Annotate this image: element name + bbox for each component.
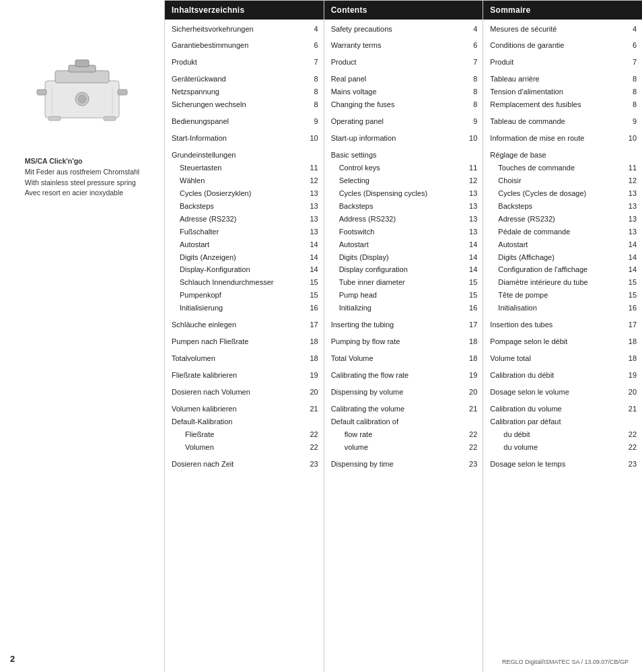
product-desc1: Mit Feder aus rostfreiem Chromstahl	[25, 168, 139, 176]
toc-col-en: Contents Safety precautions4Warranty ter…	[324, 1, 484, 672]
toc-entry-text: Calibration du volume	[490, 404, 626, 415]
toc-entry-page: 22	[308, 430, 318, 440]
svg-rect-1	[55, 71, 109, 83]
toc-entry: flow rate22	[331, 428, 478, 441]
toc-entry: Calibration du volume21	[490, 403, 637, 415]
toc-entry: Product7	[331, 57, 478, 69]
toc-entry-page: 8	[626, 74, 637, 85]
toc-entry-page: 18	[466, 337, 477, 347]
toc-entry: Cycles (Cycles de dosage)13	[490, 187, 637, 200]
toc-entry-page: 10	[626, 133, 637, 144]
toc-entry: Totalvolumen18	[172, 353, 318, 366]
page-number: 2	[10, 654, 15, 664]
toc-entry-page: 13	[626, 214, 637, 225]
toc-entry-text: Pumping by flow rate	[331, 337, 467, 347]
toc-entry-text: Touches de commande	[498, 163, 626, 174]
toc-entry-text: Default-Kalibration	[172, 417, 308, 428]
toc-entry-text: Backsteps	[498, 201, 626, 212]
toc-entry: Autostart14	[172, 238, 318, 251]
toc-entry-text: Digits (Affichage)	[498, 253, 626, 263]
product-image	[28, 40, 136, 148]
toc-entry-text: Start-up information	[331, 133, 467, 144]
toc-entry-text: Tension d'alimentation	[490, 87, 626, 98]
toc-entry-page: 15	[466, 290, 477, 301]
toc-entry-text: Conditions de garantie	[490, 40, 626, 51]
toc-entry-text: Fließrate kalibrieren	[172, 370, 308, 381]
toc-entry-text: Total Volume	[331, 354, 467, 364]
toc-entry-page: 23	[626, 459, 637, 470]
toc-entry-text: Default calibration of	[331, 417, 467, 428]
toc-entry-page: 18	[626, 354, 637, 364]
toc-entry: Garantiebestimmungen6	[172, 40, 318, 53]
col-header-fr: Sommaire	[483, 1, 642, 20]
toc-entry-page: 9	[308, 116, 318, 127]
svg-rect-9	[104, 116, 116, 121]
toc-entry-page: 6	[308, 40, 318, 51]
toc-entry: volume22	[331, 441, 478, 454]
toc-entry: Tableau de commande9	[490, 116, 637, 129]
svg-point-7	[78, 95, 86, 103]
toc-entry-text: Volume total	[490, 354, 626, 364]
toc-entry: Adresse (RS232)13	[172, 213, 318, 226]
toc-entry-page: 19	[308, 370, 318, 381]
toc-entry-page: 9	[466, 116, 477, 127]
left-panel: MS/CA Click'n'go Mit Feder aus rostfreie…	[0, 0, 165, 672]
toc-entry-page: 4	[626, 24, 637, 35]
toc-entry-page: 6	[466, 40, 477, 51]
toc-entry-text: Digits (Display)	[339, 253, 467, 263]
toc-entry-page: 18	[308, 337, 318, 347]
toc-entry-text: Dosage selon le temps	[490, 459, 626, 470]
toc-entry-text: flow rate	[345, 430, 467, 440]
toc-entry: Initialisation16	[490, 302, 637, 315]
toc-entry-text: Mains voltage	[331, 87, 467, 98]
toc-entry-text: Adresse (RS232)	[180, 214, 308, 225]
toc-entry-page: 16	[466, 303, 477, 314]
toc-entry: Basic settings	[331, 149, 478, 162]
toc-entry-text: Netzspannung	[172, 87, 308, 98]
toc-entry: Selecting12	[331, 174, 478, 187]
toc-entry-page: 14	[626, 240, 637, 250]
toc-entry: Total Volume18	[331, 353, 478, 366]
toc-entry: Diamètre intérieure du tube15	[490, 277, 637, 290]
toc-entry: Address (RS232)13	[331, 213, 478, 226]
toc-entry: Cycles (Dosierzyklen)13	[172, 187, 318, 200]
toc-entry-text: Garantiebestimmungen	[172, 40, 308, 51]
col-header-de: Inhaltsverzeichnis	[165, 1, 324, 20]
toc-entry-text: Fußschalter	[180, 227, 308, 238]
toc-entry-page: 21	[308, 404, 318, 415]
toc-entry: Safety precautions4	[331, 23, 478, 36]
toc-entry: Pump head15	[331, 290, 478, 302]
toc-entry-page: 7	[466, 57, 477, 68]
toc-entry-page: 4	[466, 24, 477, 35]
toc-entry-text: Pump head	[339, 290, 467, 301]
toc-entry-page: 13	[466, 201, 477, 212]
toc-col-fr: Sommaire Mesures de sécurité4Conditions …	[483, 1, 642, 672]
toc-entry-text: Diamètre intérieure du tube	[498, 277, 626, 288]
toc-entry-text: Initializing	[339, 303, 467, 314]
pump-illustration	[32, 51, 133, 138]
toc-entry-text: Autostart	[180, 240, 308, 250]
toc-entry-page: 15	[626, 277, 637, 288]
toc-entry-page: 13	[308, 189, 318, 199]
toc-entry-page: 22	[466, 430, 477, 440]
svg-rect-3	[118, 90, 127, 95]
toc-entry-text: Configuration de l'affichage	[498, 265, 626, 275]
toc-entry-text: Display configuration	[339, 265, 467, 275]
toc-entry-text: Address (RS232)	[339, 214, 467, 225]
toc-entry-page: 8	[626, 100, 637, 110]
toc-entry-text: Wählen	[180, 176, 308, 187]
toc-entry: Tableau arrière8	[490, 73, 637, 86]
toc-entry-text: Adresse (RS232)	[498, 214, 626, 225]
toc-entry: du volume22	[490, 441, 637, 454]
toc-entry-page: 8	[308, 87, 318, 98]
toc-entry-page: 15	[466, 277, 477, 288]
toc-entry-page: 14	[626, 265, 637, 275]
toc-entry-text: volume	[345, 442, 467, 453]
toc-entry-text: Schlauch Innendurchmesser	[180, 277, 308, 288]
toc-entry: Conditions de garantie6	[490, 40, 637, 53]
toc-entry-text: Sicherungen wechseln	[172, 100, 308, 110]
toc-entry-text: Cycles (Dosierzyklen)	[180, 189, 308, 199]
toc-entry-page: 8	[466, 74, 477, 85]
toc-entry: du débit22	[490, 428, 637, 441]
svg-rect-2	[37, 90, 46, 95]
